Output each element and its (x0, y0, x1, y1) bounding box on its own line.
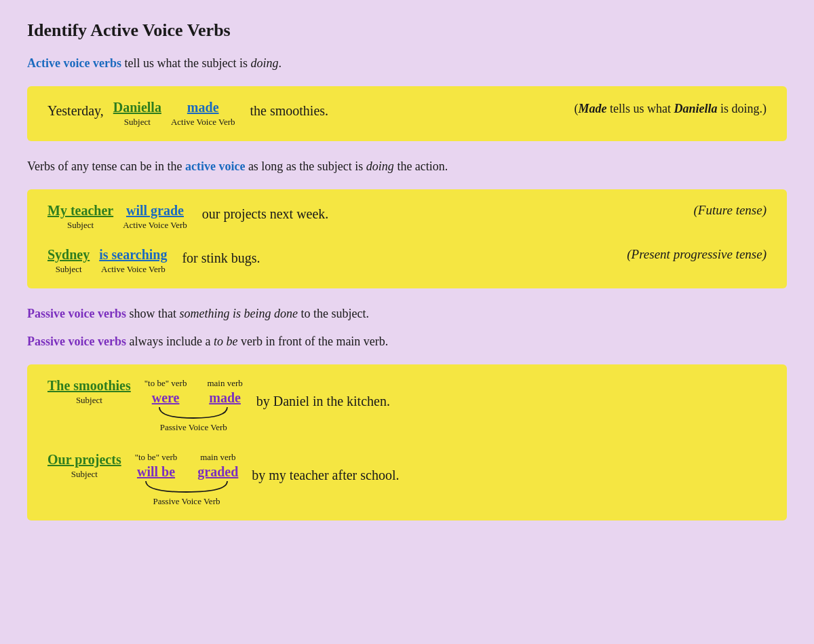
smoothies-suffix: the smoothies. (250, 100, 329, 121)
made-verb: made Active Voice Verb (171, 100, 235, 128)
were-verb: were (152, 390, 180, 406)
passive-voice-box: The smoothies Subject "to be" verb were … (27, 364, 787, 520)
passive-voice-intro-1: Passive voice verbs show that something … (27, 305, 787, 323)
is-searching-verb: is searching Active Voice Verb (99, 247, 167, 275)
daniella-note: Daniella (674, 102, 717, 115)
by-teacher-suffix: by my teacher after school. (252, 464, 399, 486)
passive-voice-intro-2: Passive voice verbs always include a to … (27, 333, 787, 351)
sydney-subject: Sydney Subject (47, 247, 90, 275)
passive-voice-verb-label-1: Passive Voice Verb (160, 422, 227, 433)
yesterday-prefix: Yesterday, (47, 100, 104, 121)
doing-italic: doing (250, 56, 278, 70)
will-be-verb: will be (137, 464, 175, 480)
passive-brace-1 (153, 406, 234, 421)
by-daniel-suffix: by Daniel in the kitchen. (256, 390, 390, 412)
smoothies-subject: The smoothies Subject (47, 378, 131, 406)
passive-brace-2 (139, 480, 234, 495)
stink-bugs-suffix: for stink bugs. (182, 247, 260, 269)
graded-passive-verb: graded (197, 464, 238, 480)
to-be-label-2: "to be" verb (135, 452, 178, 463)
page-title: Identify Active Voice Verbs (27, 20, 787, 41)
active-voice-intro: Active voice verbs tell us what the subj… (27, 54, 787, 73)
main-verb-label-2: main verb (200, 452, 235, 463)
daniella-subject: Daniella Subject (113, 100, 161, 128)
projects-suffix: our projects next week. (202, 203, 329, 225)
made-passive-verb: made (209, 390, 241, 406)
our-projects-subject: Our projects Subject (47, 452, 121, 480)
side-note-1: (Made tells us what Daniella is doing.) (574, 100, 767, 118)
to-be-label-1: "to be" verb (144, 378, 187, 389)
made-note: Made (578, 102, 606, 115)
my-teacher-subject: My teacher Subject (47, 203, 113, 231)
main-verb-label-1: main verb (207, 378, 242, 389)
active-voice-label: Active voice verbs (27, 56, 121, 70)
active-voice-box-1: Yesterday, Daniella Subject made Active … (27, 86, 787, 141)
will-grade-verb: will grade Active Voice Verb (123, 203, 187, 231)
active-voice-box-2: My teacher Subject will grade Active Voi… (27, 189, 787, 288)
future-tense-note: (Future tense) (694, 203, 767, 218)
passive-voice-verb-label-2: Passive Voice Verb (153, 496, 220, 507)
present-progressive-note: (Present progressive tense) (627, 247, 767, 262)
middle-text: Verbs of any tense can be in the active … (27, 157, 787, 176)
